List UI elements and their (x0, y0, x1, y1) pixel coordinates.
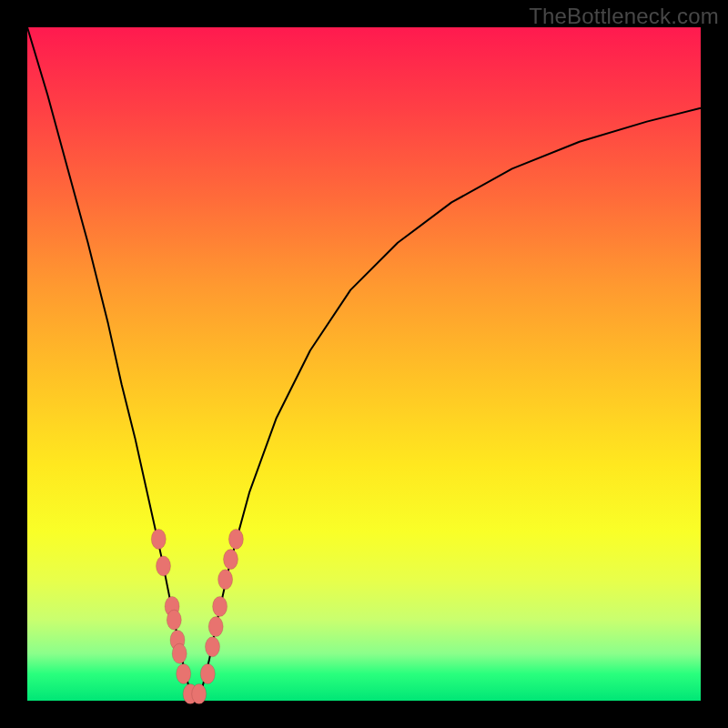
marker-point (177, 663, 191, 683)
marker-point (200, 663, 215, 683)
marker-point (213, 596, 228, 616)
marker-point (208, 617, 223, 637)
marker-point (224, 550, 238, 570)
marker-point (167, 610, 181, 630)
marker-cluster (151, 529, 243, 703)
marker-point (206, 637, 220, 657)
watermark-text: TheBottleneck.com (529, 4, 719, 29)
marker-point (151, 529, 166, 549)
bottleneck-curve (27, 27, 701, 701)
curve-svg (27, 27, 701, 701)
marker-point (228, 529, 243, 549)
marker-point (218, 570, 233, 590)
plot-area (27, 27, 701, 701)
marker-point (172, 643, 187, 663)
chart-frame: TheBottleneck.com (0, 0, 728, 728)
marker-point (192, 684, 207, 704)
marker-point (157, 556, 171, 576)
